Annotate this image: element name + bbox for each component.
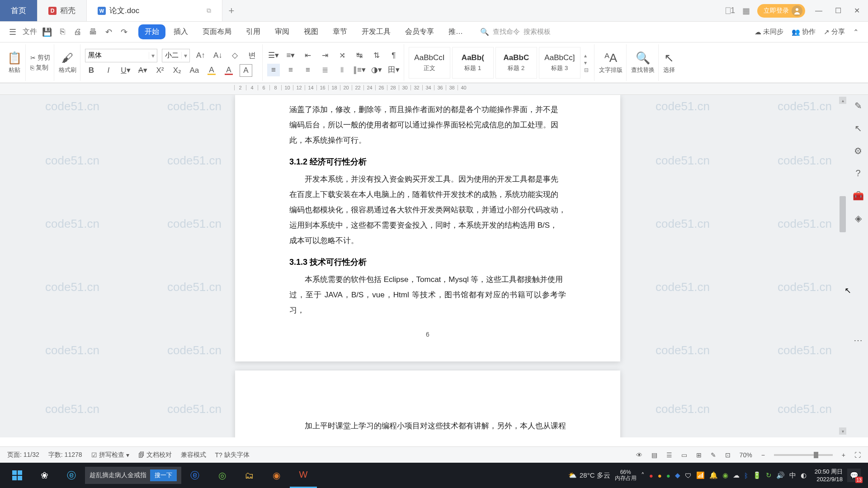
font-size-input[interactable]	[162, 49, 181, 62]
show-marks-button[interactable]: ¶	[387, 49, 400, 62]
char-border-button[interactable]: A	[240, 64, 252, 77]
tab-daoke[interactable]: D 稻壳	[38, 0, 87, 21]
collab-button[interactable]: 👥协作	[792, 28, 816, 36]
tab-dev-tools[interactable]: 开发工具	[355, 24, 397, 39]
tab-chapters[interactable]: 章节	[326, 24, 354, 39]
find-replace-button[interactable]: 🔍查找替换	[631, 51, 655, 74]
status-missing-font[interactable]: T?缺失字体	[215, 451, 250, 459]
tab-insert[interactable]: 插入	[167, 24, 194, 39]
tray-icon[interactable]: ●	[666, 472, 670, 479]
increase-font-icon[interactable]: A↑	[194, 49, 207, 62]
zoom-in-button[interactable]: +	[842, 451, 845, 459]
fit-width-icon[interactable]: ⊡	[725, 451, 731, 459]
copilot-icon[interactable]: ❀	[31, 463, 58, 488]
status-doc-check[interactable]: 🗐文档校对	[138, 451, 172, 459]
more-tools-icon[interactable]: ⋯	[854, 335, 863, 346]
tray-icon[interactable]: ◆	[675, 471, 680, 479]
line-height-button[interactable]: ‖≡▾	[353, 64, 366, 76]
file-menu[interactable]: 文件	[23, 27, 37, 38]
styles-down-icon[interactable]: ▾	[584, 60, 589, 66]
chevron-down-icon[interactable]: ▾	[149, 52, 157, 59]
print-icon[interactable]: 🖨	[72, 27, 83, 38]
start-button[interactable]	[4, 463, 31, 488]
format-painter-button[interactable]: 🖌格式刷	[59, 51, 76, 74]
search-submit[interactable]: 搜一下	[150, 469, 177, 481]
status-word-count[interactable]: 字数: 11278	[48, 451, 82, 459]
save-icon[interactable]: 💾	[42, 27, 52, 38]
decrease-font-icon[interactable]: A↓	[212, 49, 224, 62]
align-right-button[interactable]: ≡	[302, 64, 314, 76]
close-button[interactable]: ✕	[851, 6, 863, 15]
styles-up-icon[interactable]: ▴	[584, 52, 589, 59]
nvidia-icon[interactable]: ◉	[722, 471, 728, 479]
sync-status[interactable]: ☁未同步	[755, 28, 783, 36]
update-icon[interactable]: ↻	[766, 471, 772, 479]
login-button[interactable]: 立即登录	[757, 4, 805, 18]
font-size-select[interactable]: ▾	[162, 49, 190, 62]
page-view-icon[interactable]: ▭	[681, 451, 687, 459]
command-search[interactable]: 🔍 查找命令 搜索模板	[480, 28, 551, 36]
distribute-button[interactable]: ⫴	[336, 64, 349, 76]
tab-start[interactable]: 开始	[138, 24, 165, 39]
tray-shield-icon[interactable]: 🛡	[685, 472, 692, 479]
align-justify-button[interactable]: ≣	[319, 64, 331, 76]
tab-view[interactable]: 视图	[297, 24, 325, 39]
chrome-icon[interactable]: ◎	[208, 463, 236, 488]
paste-button[interactable]: 📋粘贴	[7, 51, 22, 74]
line-spacing-button[interactable]: ⇅	[370, 49, 383, 62]
chevron-down-icon[interactable]: ▾	[181, 52, 189, 59]
edge-icon[interactable]: ⓔ	[181, 463, 208, 488]
tab-stops-button[interactable]: ↹	[353, 49, 366, 62]
text-layout-button[interactable]: ᴬA文字排版	[599, 51, 623, 74]
cut-button[interactable]: ✂ 剪切	[30, 54, 50, 62]
export-icon[interactable]: ⎘	[57, 27, 68, 38]
maximize-button[interactable]: ☐	[832, 6, 844, 15]
strikethrough-button[interactable]: A▾	[137, 64, 149, 77]
decrease-indent-button[interactable]: ⇤	[302, 49, 314, 62]
style-heading1[interactable]: AaBb(标题 1	[452, 47, 494, 79]
grid-icon[interactable]: ▦	[742, 6, 750, 16]
bold-button[interactable]: B	[85, 64, 98, 77]
select-tool-icon[interactable]: ↖	[854, 123, 862, 134]
highlight-view-icon[interactable]: ✎	[711, 451, 716, 459]
taskbar-search[interactable]: 趁乱摘走病人金戒指 搜一下	[85, 467, 181, 484]
bluetooth-icon[interactable]: ᛒ	[744, 472, 748, 479]
align-left-button[interactable]: ≡	[267, 64, 280, 76]
vertical-scrollbar[interactable]: ▴ ▾	[839, 97, 846, 435]
style-body[interactable]: AaBbCcI正文	[409, 47, 450, 79]
font-name-select[interactable]: ▾	[85, 49, 157, 62]
ie-icon[interactable]: ⓔ	[58, 463, 85, 488]
tray-circle-icon[interactable]: ◐	[801, 471, 807, 479]
zoom-thumb[interactable]	[814, 452, 818, 458]
status-compat-mode[interactable]: 兼容模式	[181, 451, 206, 459]
pen-tool-icon[interactable]: ✎	[854, 100, 862, 111]
font-name-input[interactable]	[85, 49, 149, 62]
share-button[interactable]: ↗分享	[824, 28, 845, 36]
eye-view-icon[interactable]: 👁	[636, 451, 642, 459]
tab-page-layout[interactable]: 页面布局	[196, 24, 238, 39]
ime-indicator[interactable]: 中	[789, 471, 796, 480]
battery-icon[interactable]: 🔋	[753, 471, 761, 479]
status-page[interactable]: 页面: 11/32	[7, 451, 39, 459]
superscript-button[interactable]: X²	[154, 64, 166, 77]
numbering-button[interactable]: ≡▾	[284, 49, 297, 62]
increase-indent-button[interactable]: ⇥	[319, 49, 331, 62]
underline-button[interactable]: U▾	[119, 64, 132, 77]
outline-view-icon[interactable]: ☰	[666, 451, 672, 459]
tab-document[interactable]: W 论文.doc ⧉	[87, 0, 222, 21]
wps-icon[interactable]: W	[290, 463, 317, 488]
gem-icon[interactable]: ◈	[855, 213, 862, 224]
file-explorer-icon[interactable]: 🗂	[236, 463, 263, 488]
zoom-slider[interactable]	[774, 454, 833, 456]
tray-chevron-icon[interactable]: ˄	[641, 471, 645, 479]
style-heading2[interactable]: AaBbC标题 2	[495, 47, 537, 79]
status-spell-check[interactable]: ☑拼写检查▾	[91, 451, 129, 459]
ribbon-collapse-icon[interactable]: ⌃	[853, 28, 859, 36]
change-case-button[interactable]: Aa	[188, 64, 201, 77]
toolbox-icon[interactable]: 🧰	[853, 190, 864, 201]
read-view-icon[interactable]: ▤	[651, 451, 657, 459]
scroll-up-icon[interactable]: ▴	[839, 97, 846, 104]
tray-icon[interactable]: ●	[649, 472, 653, 479]
select-button[interactable]: ↖选择	[663, 51, 675, 74]
clock[interactable]: 20:50 周日 2022/9/18	[815, 468, 843, 483]
